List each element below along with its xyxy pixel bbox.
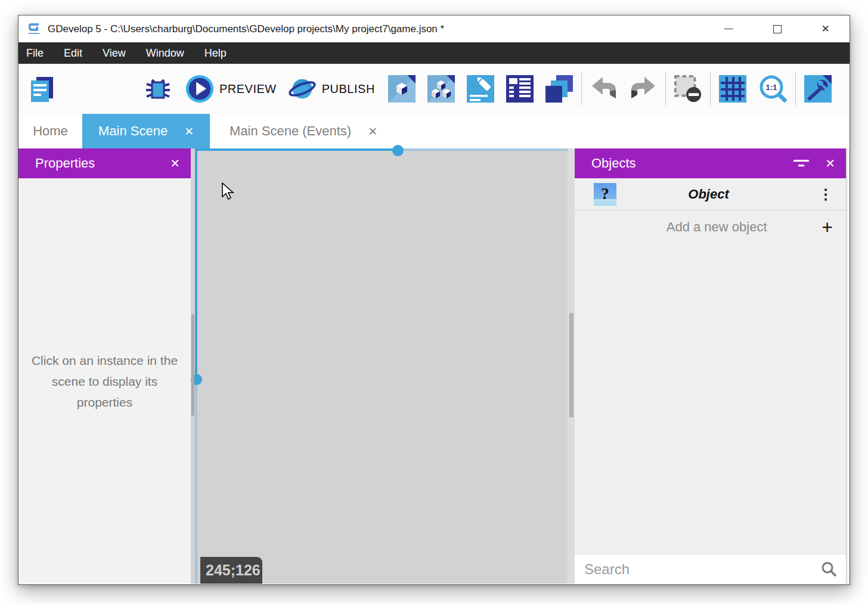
- layers-button[interactable]: [544, 73, 574, 104]
- grid-icon: [718, 75, 747, 103]
- title-bar: GDevelop 5 - C:\Users\charburg\Documents…: [18, 16, 850, 42]
- tab-label: Main Scene: [98, 123, 168, 139]
- toolbar: PREVIEW PUBLISH: [18, 64, 850, 114]
- properties-body: Click on an instance in the scene to dis…: [18, 178, 191, 584]
- settings-button[interactable]: [803, 73, 833, 104]
- toolbar-separator: [795, 72, 796, 106]
- objects-panel-gutter: [846, 148, 850, 584]
- scene-window-border-left: [195, 148, 197, 379]
- properties-header: Properties ✕: [18, 148, 191, 178]
- edit-pencil-icon: [466, 75, 495, 103]
- resize-handle-top[interactable]: [392, 145, 404, 156]
- menu-help[interactable]: Help: [194, 42, 237, 64]
- objects-header: Objects ✕: [575, 148, 846, 178]
- tab-bar: Home Main Scene ✕ Main Scene (Events) ✕: [18, 114, 850, 148]
- canvas-vertical-scrollbar-left[interactable]: [191, 314, 194, 416]
- redo-icon: [629, 75, 658, 103]
- properties-title: Properties: [35, 156, 159, 171]
- wrench-icon: [804, 75, 832, 103]
- tab-close-icon[interactable]: ✕: [184, 125, 194, 138]
- scene-properties-button[interactable]: [466, 73, 495, 104]
- object-groups-icon: [427, 75, 455, 103]
- maximize-icon: [773, 25, 782, 33]
- zoom-one-to-one-button[interactable]: 1:1: [758, 73, 788, 104]
- toolbar-separator: [710, 72, 711, 106]
- toolbar-separator: [665, 72, 666, 106]
- main-content: Properties ✕ Click on an instance in the…: [18, 148, 850, 584]
- svg-text:1:1: 1:1: [765, 83, 777, 92]
- publish-globe-icon: [287, 73, 317, 104]
- objects-panel: Objects ✕ ? Object ⋮ Add a new object +: [575, 148, 846, 584]
- object-groups-button[interactable]: [426, 73, 456, 104]
- object-cube-icon: [388, 75, 416, 103]
- properties-empty-message: Click on an instance in the scene to dis…: [28, 350, 182, 413]
- tab-home[interactable]: Home: [18, 114, 82, 148]
- close-icon: ✕: [821, 24, 829, 34]
- properties-panel: Properties ✕ Click on an instance in the…: [18, 148, 191, 584]
- layers-icon: [544, 74, 574, 104]
- mouse-cursor-icon: [221, 182, 234, 202]
- unknown-object-icon: ?: [594, 183, 616, 206]
- minimize-icon: [724, 29, 733, 30]
- play-icon: [185, 73, 215, 104]
- add-object-plus-icon[interactable]: +: [822, 218, 833, 237]
- search-icon[interactable]: [820, 560, 838, 578]
- tab-label: Home: [33, 123, 68, 139]
- menu-file[interactable]: File: [18, 42, 54, 64]
- project-manager-icon: [27, 74, 57, 104]
- undo-button[interactable]: [589, 73, 619, 104]
- deselect-mask-icon: [673, 73, 703, 104]
- filter-icon[interactable]: [793, 157, 810, 169]
- undo-icon: [590, 75, 618, 103]
- publish-button[interactable]: [287, 73, 317, 104]
- canvas-scrollbar-track: [568, 148, 575, 584]
- menu-bar: File Edit View Window Help: [18, 42, 850, 64]
- scene-window-border-left: [195, 379, 197, 584]
- objects-title: Objects: [591, 156, 793, 171]
- close-button[interactable]: ✕: [801, 16, 850, 42]
- cursor-coordinates-tooltip: 245;126: [200, 557, 262, 584]
- zoom-one-to-one-icon: 1:1: [758, 74, 788, 104]
- publish-label[interactable]: PUBLISH: [322, 82, 375, 96]
- object-name: Object: [616, 187, 801, 202]
- menu-window[interactable]: Window: [136, 42, 194, 64]
- objects-editor-button[interactable]: [387, 73, 417, 104]
- gdevelop-window: GDevelop 5 - C:\Users\charburg\Documents…: [18, 15, 850, 585]
- object-row[interactable]: ? Object ⋮: [575, 178, 846, 210]
- tab-close-icon[interactable]: ✕: [368, 125, 377, 138]
- menu-edit[interactable]: Edit: [54, 42, 92, 64]
- add-object-label: Add a new object: [612, 219, 822, 235]
- tab-label: Main Scene (Events): [230, 123, 351, 139]
- preview-button[interactable]: [185, 73, 215, 104]
- add-object-row[interactable]: Add a new object +: [575, 210, 846, 243]
- canvas-vertical-scrollbar-thumb[interactable]: [569, 313, 574, 417]
- tab-main-scene-events[interactable]: Main Scene (Events) ✕: [210, 114, 397, 148]
- properties-close-icon[interactable]: ✕: [170, 156, 180, 171]
- object-menu-icon[interactable]: ⋮: [819, 187, 833, 202]
- toolbar-separator: [581, 72, 582, 106]
- objects-close-icon[interactable]: ✕: [825, 156, 835, 171]
- preview-label[interactable]: PREVIEW: [219, 82, 277, 96]
- gdevelop-logo-icon: [26, 21, 42, 37]
- redo-button[interactable]: [628, 73, 658, 104]
- menu-view[interactable]: View: [92, 42, 136, 64]
- grid-button[interactable]: [718, 73, 748, 104]
- minimize-button[interactable]: [705, 16, 753, 42]
- objects-search-bar: [575, 554, 846, 584]
- objects-search-input[interactable]: [584, 561, 820, 578]
- debug-bug-icon: [143, 74, 173, 104]
- scene-canvas[interactable]: 245;126: [191, 148, 575, 584]
- maximize-button[interactable]: [753, 16, 801, 42]
- deselect-button[interactable]: [673, 73, 703, 104]
- project-manager-button[interactable]: [27, 73, 57, 104]
- instances-list-icon: [506, 75, 534, 103]
- scene-window-border-top: [195, 148, 398, 151]
- instances-list-button[interactable]: [505, 73, 535, 104]
- debug-button[interactable]: [143, 73, 173, 104]
- scene-window-border-top: [398, 148, 568, 151]
- tab-main-scene[interactable]: Main Scene ✕: [82, 114, 210, 148]
- window-title: GDevelop 5 - C:\Users\charburg\Documents…: [48, 23, 444, 35]
